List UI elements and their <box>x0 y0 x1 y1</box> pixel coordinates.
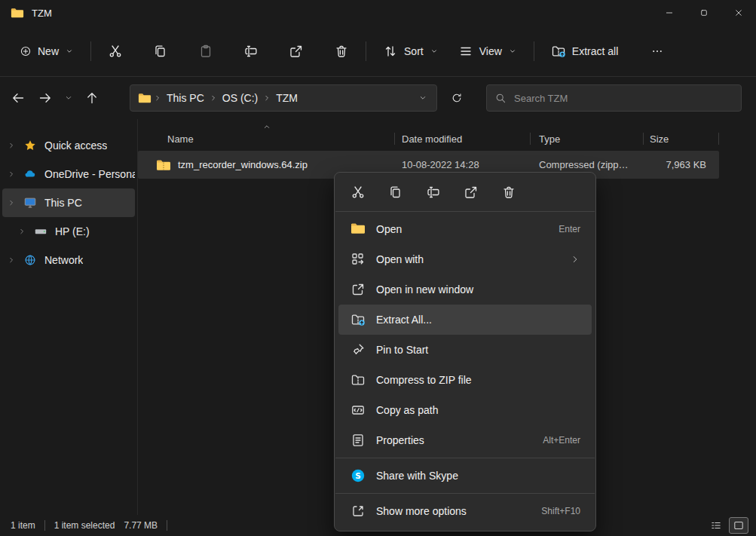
sidebar-item-hp-e[interactable]: HP (E:) <box>2 217 135 246</box>
search-input[interactable] <box>514 93 733 104</box>
context-menu-item-extract-all[interactable]: Extract All... <box>338 305 592 335</box>
address-bar[interactable]: This PC OS (C:) TZM <box>130 84 437 112</box>
chevron-right-icon <box>153 93 162 103</box>
arrow-right-icon <box>38 90 53 106</box>
new-label: New <box>38 45 59 57</box>
context-menu-item-show-more-options[interactable]: Show more options Shift+F10 <box>338 496 592 526</box>
large-icons-view-button[interactable] <box>729 517 748 534</box>
extract-all-button[interactable]: Extract all <box>543 36 626 66</box>
chevron-down-icon <box>64 93 73 103</box>
close-button[interactable] <box>721 0 756 26</box>
column-header-name[interactable]: Name <box>138 127 395 151</box>
context-menu-quick-actions <box>335 176 595 209</box>
column-label: Name <box>167 133 194 145</box>
sort-button[interactable]: Sort <box>375 36 446 66</box>
column-header-type[interactable]: Type <box>531 127 644 151</box>
back-button[interactable] <box>5 84 32 112</box>
context-menu-item-compress-to-zip[interactable]: Compress to ZIP file <box>338 365 592 395</box>
context-menu-item-copy-as-path[interactable]: Copy as path <box>338 395 592 425</box>
context-menu-item-open-in-new-window[interactable]: Open in new window <box>338 274 592 305</box>
sidebar-item-network[interactable]: Network <box>2 246 135 274</box>
column-header-date-modified[interactable]: Date modified <box>395 127 531 151</box>
open-folder-icon <box>350 222 366 237</box>
column-label: Type <box>539 133 560 145</box>
toolbar-divider <box>534 41 534 61</box>
chevron-right-icon <box>7 170 16 179</box>
delete-button[interactable] <box>495 179 522 206</box>
cut-icon <box>350 185 366 200</box>
toolbar-divider <box>366 41 366 61</box>
maximize-button[interactable] <box>687 0 721 26</box>
view-label: View <box>479 45 502 57</box>
breadcrumb-this-pc[interactable]: This PC <box>164 92 207 104</box>
new-window-icon <box>350 282 366 297</box>
cut-button[interactable] <box>100 36 130 66</box>
share-button[interactable] <box>281 36 311 66</box>
arrow-left-icon <box>11 90 26 106</box>
copy-path-icon <box>350 403 366 418</box>
menu-item-label: Compress to ZIP file <box>376 374 580 386</box>
rename-button[interactable] <box>420 179 447 206</box>
chevron-down-icon <box>430 47 439 56</box>
sidebar-item-onedrive[interactable]: OneDrive - Persona <box>2 160 135 188</box>
context-menu-item-share-with-skype[interactable]: S Share with Skype <box>338 461 592 491</box>
sidebar-item-this-pc[interactable]: This PC <box>2 188 135 217</box>
minimize-button[interactable] <box>652 0 687 26</box>
rename-icon <box>243 44 259 59</box>
column-header-size[interactable]: Size <box>644 127 719 151</box>
context-menu-item-properties[interactable]: Properties Alt+Enter <box>338 425 592 455</box>
extract-all-icon <box>350 312 366 327</box>
context-menu: Open Enter Open with Open in new window … <box>334 172 596 531</box>
up-button[interactable] <box>78 84 106 112</box>
new-icon <box>20 45 32 57</box>
share-icon <box>464 185 479 200</box>
menu-item-shortcut: Alt+Enter <box>543 435 580 446</box>
window-controls <box>652 0 756 26</box>
share-button[interactable] <box>458 179 485 206</box>
sidebar: Quick access OneDrive - Persona This PC … <box>0 119 138 515</box>
toolbar-divider <box>90 41 91 61</box>
context-menu-item-pin-to-start[interactable]: Pin to Start <box>338 335 592 365</box>
new-button[interactable]: New <box>12 36 81 66</box>
see-more-button[interactable] <box>642 36 672 66</box>
extract-all-icon <box>551 44 566 59</box>
details-view-button[interactable] <box>706 517 726 534</box>
chevron-down-icon <box>508 47 517 56</box>
delete-button[interactable] <box>326 36 357 66</box>
folder-icon <box>11 7 24 19</box>
properties-icon <box>350 433 366 448</box>
recent-locations-button[interactable] <box>59 84 78 112</box>
cloud-icon <box>23 167 37 181</box>
copy-button[interactable] <box>145 36 176 66</box>
sidebar-item-quick-access[interactable]: Quick access <box>2 131 135 160</box>
menu-item-label: Copy as path <box>376 404 580 416</box>
view-toggles <box>706 517 748 534</box>
monitor-icon <box>23 196 37 210</box>
rename-button[interactable] <box>236 36 266 66</box>
star-icon <box>23 139 37 152</box>
open-with-icon <box>350 252 366 267</box>
context-menu-item-open[interactable]: Open Enter <box>338 214 592 244</box>
minimize-icon <box>665 8 674 17</box>
cut-button[interactable] <box>344 179 372 206</box>
network-icon <box>23 253 37 267</box>
close-icon <box>734 8 743 17</box>
address-dropdown-button[interactable] <box>412 87 433 109</box>
view-button[interactable]: View <box>451 36 525 66</box>
breadcrumb-os-c[interactable]: OS (C:) <box>219 92 261 104</box>
paste-button[interactable] <box>191 36 221 66</box>
menu-item-label: Show more options <box>376 505 541 517</box>
forward-button[interactable] <box>32 84 59 112</box>
context-menu-item-open-with[interactable]: Open with <box>338 244 592 274</box>
refresh-button[interactable] <box>443 84 470 112</box>
title-bar: TZM <box>0 0 756 26</box>
copy-icon <box>388 185 403 200</box>
file-name: tzm_recorder_windows.64.zip <box>178 159 308 170</box>
folder-icon <box>138 92 152 104</box>
column-headers: Name Date modified Type Size <box>138 127 719 151</box>
search-box <box>486 84 742 112</box>
breadcrumb-tzm[interactable]: TZM <box>273 92 301 104</box>
menu-item-label: Open with <box>376 253 570 265</box>
file-date-modified: 10-08-2022 14:28 <box>395 159 531 170</box>
copy-button[interactable] <box>382 179 409 206</box>
